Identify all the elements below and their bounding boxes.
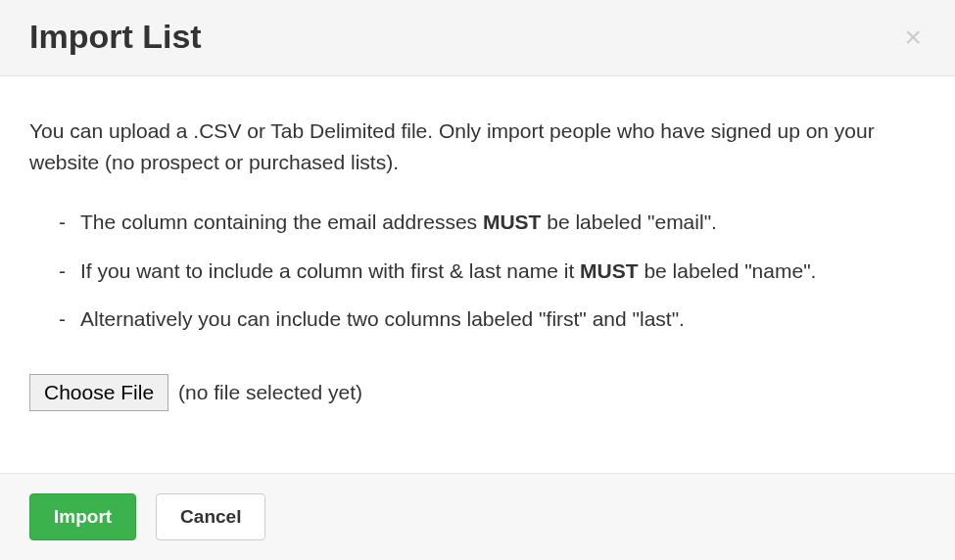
instructions-list: The column containing the email addresse… [29, 207, 926, 335]
close-icon[interactable]: × [900, 23, 926, 52]
modal-title: Import List [29, 18, 202, 56]
file-picker-row: Choose File (no file selected yet) [29, 374, 926, 411]
modal-header: Import List × [0, 0, 955, 76]
list-text-post: be labeled "name". [639, 259, 817, 282]
choose-file-button[interactable]: Choose File [29, 374, 168, 411]
import-list-modal: Import List × You can upload a .CSV or T… [0, 0, 955, 560]
list-text-post: be labeled "email". [541, 210, 717, 233]
intro-text: You can upload a .CSV or Tab Delimited f… [29, 116, 926, 177]
file-status-text: (no file selected yet) [178, 381, 362, 404]
import-button[interactable]: Import [29, 493, 136, 540]
modal-footer: Import Cancel [0, 473, 955, 560]
list-text-strong: MUST [483, 210, 542, 233]
list-text-pre: The column containing the email addresse… [80, 210, 483, 233]
list-text-pre: If you want to include a column with fir… [80, 259, 580, 282]
list-item: Alternatively you can include two column… [59, 303, 926, 335]
modal-body: You can upload a .CSV or Tab Delimited f… [0, 76, 955, 473]
list-item: The column containing the email addresse… [59, 207, 926, 238]
cancel-button[interactable]: Cancel [156, 493, 265, 540]
list-text-strong: MUST [580, 259, 639, 282]
list-item: If you want to include a column with fir… [59, 256, 926, 287]
list-text-pre: Alternatively you can include two column… [80, 307, 685, 330]
